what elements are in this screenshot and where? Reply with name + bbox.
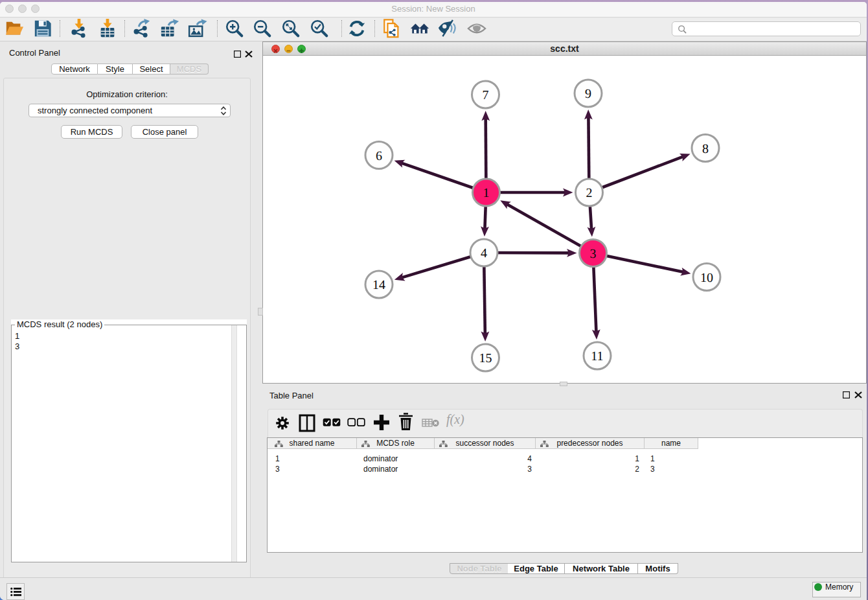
- svg-text:3: 3: [590, 247, 597, 261]
- svg-text:11: 11: [591, 349, 603, 363]
- svg-text:14: 14: [372, 278, 385, 292]
- svg-text:1: 1: [483, 186, 490, 200]
- svg-text:4: 4: [481, 246, 487, 260]
- svg-text:9: 9: [585, 87, 591, 101]
- svg-text:2: 2: [586, 186, 593, 200]
- svg-text:6: 6: [376, 149, 382, 163]
- svg-text:8: 8: [702, 142, 709, 156]
- svg-text:7: 7: [483, 88, 489, 102]
- svg-text:15: 15: [479, 351, 492, 365]
- svg-text:10: 10: [700, 271, 713, 285]
